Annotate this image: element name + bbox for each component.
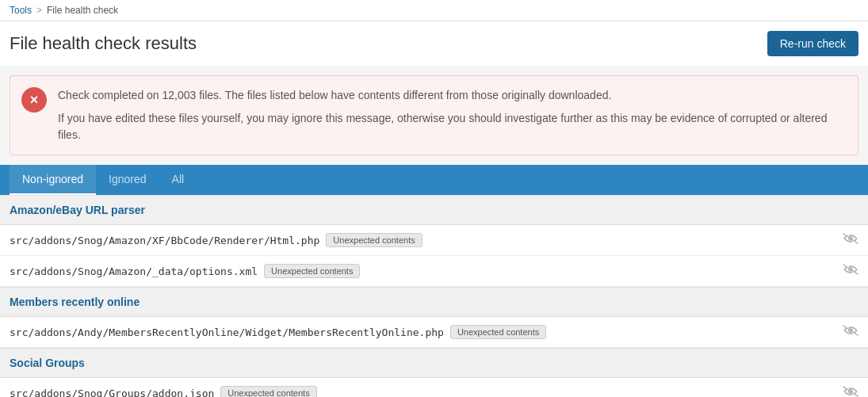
ignore-icon[interactable] xyxy=(843,264,858,278)
file-info: src/addons/Snog/Amazon/XF/BbCode/Rendere… xyxy=(10,233,843,247)
file-info: src/addons/Snog/Groups/addon.json Unexpe… xyxy=(10,386,843,397)
rerun-check-button[interactable]: Re-run check xyxy=(767,31,858,56)
breadcrumb-tools-link[interactable]: Tools xyxy=(10,5,32,16)
alert-line2: If you have edited these files yourself,… xyxy=(58,110,847,143)
alert-line1: Check completed on 12,003 files. The fil… xyxy=(58,87,847,104)
error-alert: × Check completed on 12,003 files. The f… xyxy=(10,75,858,155)
file-actions[interactable] xyxy=(843,233,858,247)
ignore-icon[interactable] xyxy=(843,386,858,397)
status-badge: Unexpected contents xyxy=(326,233,422,247)
breadcrumb-separator: > xyxy=(36,5,42,16)
file-path: src/addons/Snog/Amazon/_data/options.xml xyxy=(10,265,258,277)
file-actions[interactable] xyxy=(843,386,858,397)
breadcrumb: Tools > File health check xyxy=(0,0,868,21)
group-header-members: Members recently online xyxy=(0,287,868,317)
file-info: src/addons/Andy/MembersRecentlyOnline/Wi… xyxy=(10,325,843,339)
file-path: src/addons/Snog/Groups/addon.json xyxy=(10,387,214,398)
file-actions[interactable] xyxy=(843,325,858,339)
results-table: Amazon/eBay URL parser src/addons/Snog/A… xyxy=(0,195,868,397)
status-badge: Unexpected contents xyxy=(220,386,316,397)
ignore-icon[interactable] xyxy=(843,325,858,339)
status-badge: Unexpected contents xyxy=(450,325,546,339)
table-row: src/addons/Snog/Groups/addon.json Unexpe… xyxy=(0,378,868,397)
alert-text: Check completed on 12,003 files. The fil… xyxy=(58,87,847,143)
page-title: File health check results xyxy=(10,33,197,54)
page-header: File health check results Re-run check xyxy=(0,21,868,66)
table-row: src/addons/Snog/Amazon/XF/BbCode/Rendere… xyxy=(0,225,868,256)
breadcrumb-current: File health check xyxy=(47,5,118,16)
tabs-bar: Non-ignored Ignored All xyxy=(0,165,868,195)
file-actions[interactable] xyxy=(843,264,858,278)
alert-icon: × xyxy=(21,87,47,113)
group-header-amazon: Amazon/eBay URL parser xyxy=(0,195,868,225)
group-header-social: Social Groups xyxy=(0,348,868,378)
ignore-icon[interactable] xyxy=(843,233,858,247)
tab-ignored[interactable]: Ignored xyxy=(96,165,159,195)
tab-non-ignored[interactable]: Non-ignored xyxy=(10,165,96,195)
file-path: src/addons/Snog/Amazon/XF/BbCode/Rendere… xyxy=(10,235,319,246)
tab-all[interactable]: All xyxy=(159,165,197,195)
table-row: src/addons/Andy/MembersRecentlyOnline/Wi… xyxy=(0,317,868,348)
file-info: src/addons/Snog/Amazon/_data/options.xml… xyxy=(10,264,843,278)
table-row: src/addons/Snog/Amazon/_data/options.xml… xyxy=(0,256,868,287)
status-badge: Unexpected contents xyxy=(264,264,360,278)
file-path: src/addons/Andy/MembersRecentlyOnline/Wi… xyxy=(10,326,444,338)
